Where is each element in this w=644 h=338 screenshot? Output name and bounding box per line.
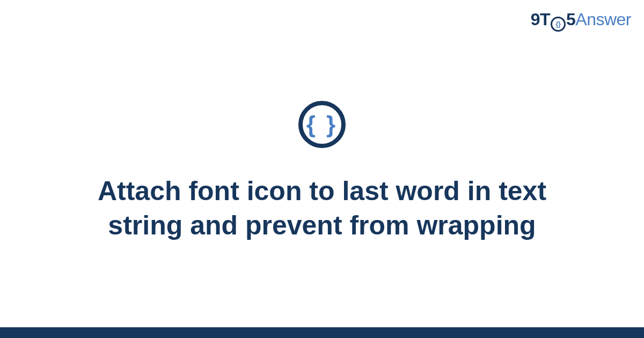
braces-icon: { } — [306, 113, 338, 136]
page-title: Attach font icon to last word in text st… — [86, 174, 558, 243]
main-content: { } Attach font icon to last word in tex… — [0, 0, 644, 327]
category-icon: { } — [298, 101, 346, 148]
footer-accent-bar — [0, 327, 644, 338]
